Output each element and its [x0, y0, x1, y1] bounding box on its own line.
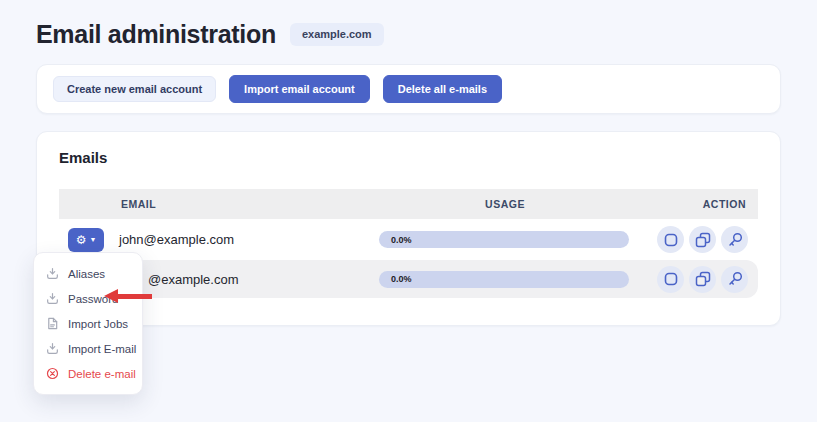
column-header-action: ACTION: [631, 198, 758, 210]
chevron-down-icon: ▼: [89, 236, 96, 243]
copy-icon: [691, 267, 715, 291]
file-icon: [46, 317, 59, 330]
page-header: Email administration example.com: [36, 18, 781, 50]
usage-progress-bar: 0.0%: [379, 231, 629, 248]
row-settings-dropdown-button[interactable]: ⚙ ▼: [68, 228, 104, 252]
mailbox-square-icon: [659, 228, 683, 252]
gear-icon: ⚙: [76, 234, 87, 246]
key-icon: [723, 267, 747, 291]
emails-card-title: Emails: [59, 149, 758, 167]
column-header-usage: USAGE: [379, 198, 631, 210]
usage-value: 0.0%: [391, 235, 412, 245]
menu-item-delete-email[interactable]: Delete e-mail: [34, 361, 142, 386]
import-email-account-button[interactable]: Import email account: [229, 75, 370, 103]
key-action-button[interactable]: [721, 226, 748, 253]
copy-action-button[interactable]: [689, 266, 716, 293]
menu-item-import-email[interactable]: Import E-mail: [34, 336, 142, 361]
mailbox-square-icon: [659, 267, 683, 291]
usage-progress-bar: 0.0%: [379, 271, 629, 288]
menu-item-label: Import E-mail: [68, 343, 136, 355]
menu-item-label: Delete e-mail: [68, 368, 136, 380]
page-title: Email administration: [36, 20, 276, 49]
usage-value: 0.0%: [391, 274, 412, 284]
domain-badge: example.com: [290, 23, 384, 46]
copy-action-button[interactable]: [689, 226, 716, 253]
column-header-email: EMAIL: [59, 198, 379, 210]
create-email-account-button[interactable]: Create new email account: [53, 76, 216, 102]
toolbar: Create new email account Import email ac…: [36, 64, 781, 114]
key-icon: [723, 228, 747, 252]
download-tray-icon: [46, 292, 59, 305]
table-header-row: EMAIL USAGE ACTION: [59, 189, 758, 219]
delete-all-emails-button[interactable]: Delete all e-mails: [383, 75, 502, 103]
download-tray-icon: [46, 342, 59, 355]
circle-x-icon: [46, 367, 59, 380]
arrow-shaft: [118, 294, 152, 299]
annotation-arrow: [104, 289, 152, 303]
mailbox-action-button[interactable]: [657, 266, 684, 293]
email-address: @example.com: [148, 272, 239, 287]
download-tray-icon: [46, 267, 59, 280]
mailbox-action-button[interactable]: [657, 226, 684, 253]
table-row: ⚙ ▼ john@example.com 0.0%: [59, 219, 758, 260]
table-row: @example.com 0.0%: [59, 260, 758, 298]
menu-item-label: Import Jobs: [68, 318, 128, 330]
email-address: john@example.com: [119, 232, 234, 247]
copy-icon: [691, 228, 715, 252]
key-action-button[interactable]: [721, 266, 748, 293]
menu-item-import-jobs[interactable]: Import Jobs: [34, 311, 142, 336]
menu-item-label: Aliases: [68, 268, 105, 280]
settings-dropdown-menu: Aliases Password Import Jobs Import E-ma…: [33, 252, 143, 395]
arrow-head: [104, 289, 118, 303]
menu-item-aliases[interactable]: Aliases: [34, 261, 142, 286]
